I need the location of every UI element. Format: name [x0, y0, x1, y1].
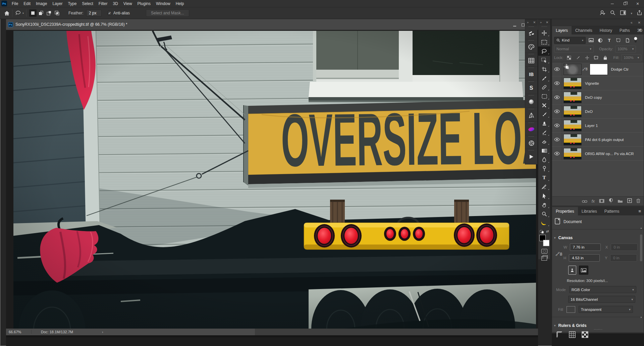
bit-depth-select[interactable]: 16 Bits/Channel▾: [568, 296, 635, 303]
menu-item[interactable]: Help: [173, 1, 187, 6]
canvas-y-input[interactable]: 0 in: [610, 254, 637, 262]
layer-name[interactable]: Dodge Ctr: [611, 67, 629, 71]
panel-icon-aperture[interactable]: [525, 135, 537, 149]
rulers-toggle-icon[interactable]: [556, 331, 563, 339]
panel-tab[interactable]: Layers: [552, 26, 572, 34]
mixer-brush-tool[interactable]: [538, 128, 550, 137]
menu-item[interactable]: View: [121, 1, 135, 6]
doc-minimize-icon[interactable]: [513, 22, 516, 28]
lock-paint-icon[interactable]: [575, 56, 582, 60]
foreground-background-swatches[interactable]: [539, 235, 549, 246]
layer-thumbnail[interactable]: [564, 78, 582, 89]
new-group-icon[interactable]: [618, 198, 623, 204]
blur-tool[interactable]: [538, 155, 550, 164]
status-chevron-icon[interactable]: ›: [89, 330, 103, 334]
frame-tool[interactable]: [538, 92, 550, 101]
menu-item[interactable]: Layer: [50, 1, 65, 6]
layer-visibility-eye-icon[interactable]: [552, 119, 562, 132]
lock-position-icon[interactable]: [584, 56, 591, 60]
link-layers-icon[interactable]: [582, 198, 587, 204]
grid-toggle-icon[interactable]: [569, 331, 576, 339]
new-selection-mode-button[interactable]: [29, 9, 37, 17]
lock-all-icon[interactable]: [602, 56, 609, 60]
menu-item[interactable]: Type: [65, 1, 79, 6]
close-panels-icon[interactable]: ✕: [533, 21, 536, 24]
adjustment-layer-icon[interactable]: [609, 198, 613, 204]
add-to-selection-mode-button[interactable]: [37, 9, 45, 17]
landscape-orientation-button[interactable]: [579, 266, 588, 275]
restore-button[interactable]: [619, 0, 631, 7]
panel-icon-play[interactable]: [525, 149, 537, 162]
hand-tool[interactable]: [538, 200, 550, 209]
filter-type-layers-icon[interactable]: T: [606, 38, 613, 43]
lock-transparency-icon[interactable]: [566, 56, 573, 60]
zoom-level-field[interactable]: 66.67%: [6, 330, 32, 334]
layer-name[interactable]: ORIG ARW op... Ps via ACR: [585, 152, 634, 156]
panel-tab[interactable]: History: [596, 26, 616, 34]
canvas-fill-select[interactable]: Transparent▾: [579, 306, 633, 313]
close-dock-icon[interactable]: ✕: [638, 21, 641, 24]
subtract-from-selection-mode-button[interactable]: [45, 9, 53, 17]
crop-tool[interactable]: [538, 65, 550, 74]
filter-smart-objects-icon[interactable]: [624, 38, 631, 43]
brush-tool[interactable]: [538, 110, 550, 119]
layer-name[interactable]: Vignette: [585, 81, 599, 85]
layer-row[interactable]: 🔗︎8 Dodge Ctr: [552, 62, 644, 76]
canvas-x-input[interactable]: 0 in: [611, 244, 638, 251]
layer-row[interactable]: 🔗︎8 Layer 1: [552, 119, 644, 133]
document-tab[interactable]: SonyRX100ii_DSC2339A-croppedtight.tif @ …: [15, 22, 127, 27]
photoshop-logo-icon[interactable]: Ps: [1, 1, 7, 6]
panel-resize-grip[interactable]: [594, 329, 602, 330]
panel-icon-color-blob[interactable]: [525, 121, 537, 135]
account-add-icon[interactable]: [599, 10, 605, 16]
menu-item[interactable]: 3D: [110, 1, 120, 6]
layer-filter-toggle[interactable]: [634, 37, 638, 44]
panel-tab[interactable]: Channels: [572, 26, 596, 34]
menu-item[interactable]: Plugins: [135, 1, 153, 6]
layer-thumbnail[interactable]: [564, 64, 582, 75]
eyedropper-tool[interactable]: [538, 74, 550, 83]
fill-color-swatch[interactable]: [567, 306, 575, 313]
canvas-section-header[interactable]: ▾ Canvas: [552, 232, 644, 242]
menu-item[interactable]: Edit: [21, 1, 33, 6]
canvas-width-input[interactable]: 7.76 in: [570, 244, 601, 251]
mask-link-icon[interactable]: 🔗︎8: [582, 67, 588, 71]
layer-filter-kind[interactable]: Kind ▾: [554, 37, 586, 44]
properties-menu-icon[interactable]: ≡: [638, 209, 641, 214]
layer-mask-thumbnail[interactable]: [590, 64, 608, 75]
layer-visibility-eye-icon[interactable]: [552, 90, 562, 104]
lasso-tool[interactable]: [538, 47, 550, 56]
fill-select[interactable]: 100%▾: [621, 54, 641, 61]
blend-mode-select[interactable]: Normal▾: [554, 46, 594, 53]
intersect-selection-mode-button[interactable]: [53, 9, 61, 17]
new-layer-icon[interactable]: [627, 198, 632, 204]
lock-artboard-icon[interactable]: [593, 56, 600, 60]
banana-custom-tool[interactable]: [538, 218, 550, 227]
layer-name[interactable]: DxO: [585, 110, 593, 114]
quick-mask-button[interactable]: [541, 249, 547, 254]
color-mode-select[interactable]: RGB Color▾: [569, 286, 636, 293]
panel-icon-whisk[interactable]: [525, 108, 537, 121]
layer-name[interactable]: DxO copy: [585, 95, 602, 99]
clone-stamp-tool[interactable]: [538, 119, 550, 128]
layer-style-fx-icon[interactable]: fx: [592, 199, 595, 204]
layer-row[interactable]: 🔗︎8 Vignette: [552, 76, 644, 90]
zoom-tool[interactable]: [538, 209, 550, 218]
canvas-height-input[interactable]: 4.53 in: [569, 254, 600, 262]
properties-scrollbar[interactable]: ▴ ▾: [639, 226, 643, 319]
rectangular-marquee-tool[interactable]: [538, 38, 550, 47]
workspace-icon[interactable]: [620, 10, 626, 16]
move-tool[interactable]: [538, 28, 550, 38]
transparency-grid-icon[interactable]: [582, 331, 588, 339]
opacity-select[interactable]: 100%▾: [615, 46, 636, 53]
default-swap-colors-icons[interactable]: ⇄: [539, 229, 549, 233]
portrait-orientation-button[interactable]: [568, 266, 576, 275]
panel-tab[interactable]: Patterns: [601, 207, 623, 215]
pen-tool[interactable]: [538, 164, 550, 173]
close-button[interactable]: ✕: [631, 0, 644, 7]
layer-name[interactable]: Layer 1: [585, 124, 598, 128]
select-and-mask-button[interactable]: Select and Mask...: [146, 9, 189, 17]
layer-thumbnail[interactable]: [564, 148, 582, 159]
layer-visibility-eye-icon[interactable]: [552, 133, 562, 146]
collapse-dock-icon[interactable]: «: [631, 21, 633, 24]
